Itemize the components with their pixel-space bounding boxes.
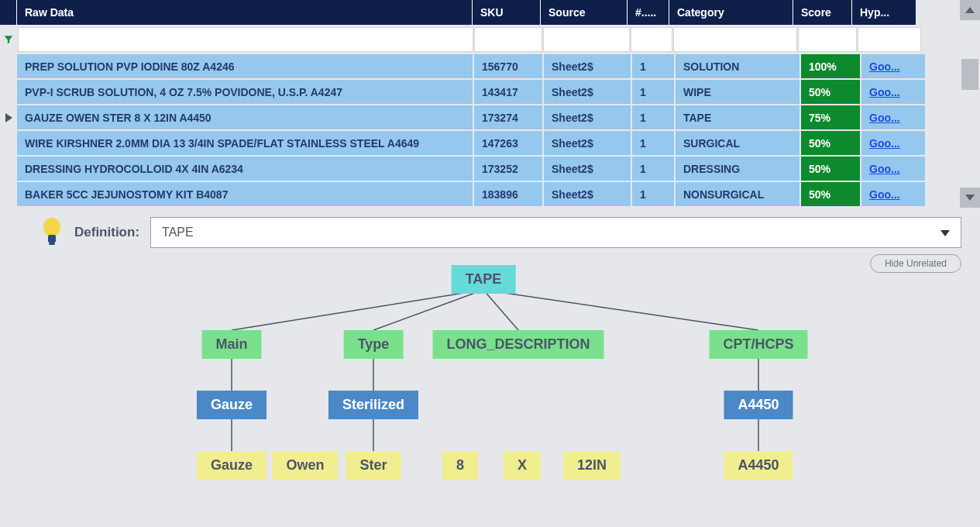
- header-count[interactable]: #.....: [628, 0, 669, 25]
- cell-source: Sheet2$: [544, 157, 631, 181]
- cell-score: 50%: [801, 157, 860, 181]
- vertical-scrollbar[interactable]: [960, 0, 980, 208]
- hyperlink[interactable]: Goo...: [869, 112, 900, 124]
- cell-sku: 173252: [474, 157, 542, 181]
- data-grid: Raw Data SKU Source #..... Category Scor…: [0, 0, 960, 208]
- tree-cat-type[interactable]: Type: [344, 330, 404, 359]
- scroll-down-button[interactable]: [960, 188, 980, 208]
- hyperlink[interactable]: Goo...: [869, 137, 900, 150]
- table-row[interactable]: BAKER 5CC JEJUNOSTOMY KIT B4087183896She…: [0, 182, 960, 206]
- chevron-down-icon: [940, 226, 950, 239]
- table-row[interactable]: WIRE KIRSHNER 2.0MM DIA 13 3/4IN SPADE/F…: [0, 131, 960, 155]
- cell-score: 50%: [801, 80, 860, 104]
- tree-type-value[interactable]: Sterilized: [328, 391, 418, 419]
- cell-source: Sheet2$: [544, 80, 631, 104]
- row-indicator[interactable]: [0, 157, 17, 181]
- cell-score: 100%: [801, 54, 860, 78]
- table-row[interactable]: GAUZE OWEN STER 8 X 12IN A4450173274Shee…: [0, 105, 960, 129]
- tree-cat-main[interactable]: Main: [201, 330, 261, 359]
- cell-hyperlink[interactable]: Goo...: [861, 182, 925, 206]
- cell-sku: 173274: [474, 105, 542, 129]
- tree-cat-cpt[interactable]: CPT/HCPS: [709, 330, 807, 359]
- tree-leaf[interactable]: A4450: [724, 451, 793, 480]
- scroll-track[interactable]: [960, 20, 980, 188]
- definition-value: TAPE: [162, 226, 194, 239]
- cell-raw: WIRE KIRSHNER 2.0MM DIA 13 3/4IN SPADE/F…: [17, 131, 473, 155]
- tree-connectors: [19, 259, 961, 515]
- cell-count: 1: [632, 105, 674, 129]
- cell-source: Sheet2$: [544, 131, 631, 155]
- rows-container: PREP SOLUTION PVP IODINE 80Z A4246156770…: [0, 54, 960, 206]
- tree-cpt-value[interactable]: A4450: [724, 391, 793, 419]
- tree-leaf[interactable]: Owen: [272, 451, 338, 480]
- row-indicator[interactable]: [0, 182, 17, 206]
- filter-score[interactable]: [798, 27, 857, 52]
- hyperlink[interactable]: Goo...: [869, 86, 900, 98]
- cell-category: DRESSING: [676, 157, 799, 181]
- cell-count: 1: [632, 182, 674, 206]
- header-sku[interactable]: SKU: [473, 0, 541, 25]
- definition-panel: Definition: TAPE Hide Unrelated TA: [0, 208, 980, 527]
- lightbulb-icon: [40, 217, 64, 248]
- data-grid-container: Raw Data SKU Source #..... Category Scor…: [0, 0, 980, 208]
- cell-raw: BAKER 5CC JEJUNOSTOMY KIT B4087: [17, 182, 473, 206]
- cell-count: 1: [632, 157, 674, 181]
- cell-source: Sheet2$: [544, 182, 631, 206]
- header-category[interactable]: Category: [669, 0, 793, 25]
- definition-row: Definition: TAPE: [19, 217, 961, 248]
- filter-raw[interactable]: [18, 27, 473, 52]
- table-row[interactable]: DRESSING HYDROCOLLOID 4X 4IN A6234173252…: [0, 157, 960, 181]
- scroll-thumb[interactable]: [961, 59, 978, 90]
- header-source[interactable]: Source: [541, 0, 628, 25]
- cell-hyperlink[interactable]: Goo...: [861, 157, 925, 181]
- header-row: Raw Data SKU Source #..... Category Scor…: [0, 0, 960, 25]
- header-hyperlink[interactable]: Hyp...: [852, 0, 916, 25]
- hyperlink[interactable]: Goo...: [869, 60, 900, 73]
- cell-category: TAPE: [676, 105, 799, 129]
- scroll-up-button[interactable]: [960, 0, 980, 20]
- svg-line-6: [483, 290, 758, 330]
- row-indicator[interactable]: [0, 54, 17, 78]
- row-indicator[interactable]: [0, 105, 17, 129]
- cell-sku: 156770: [474, 54, 542, 78]
- header-score[interactable]: Score: [793, 0, 852, 25]
- cell-category: WIPE: [676, 80, 799, 104]
- filter-hyperlink[interactable]: [858, 27, 921, 52]
- cell-hyperlink[interactable]: Goo...: [861, 54, 925, 78]
- tree-leaf[interactable]: X: [504, 451, 541, 480]
- tree-leaf[interactable]: 12IN: [563, 451, 621, 480]
- tree-leaf[interactable]: Ster: [346, 451, 401, 480]
- row-indicator[interactable]: [0, 131, 17, 155]
- tree-cat-longdesc[interactable]: LONG_DESCRIPTION: [432, 330, 603, 359]
- cell-hyperlink[interactable]: Goo...: [861, 80, 925, 104]
- filter-category[interactable]: [673, 27, 797, 52]
- filter-sku[interactable]: [474, 27, 542, 52]
- tree-leaf[interactable]: 8: [442, 451, 478, 480]
- definition-select[interactable]: TAPE: [150, 217, 961, 248]
- cell-category: SURGICAL: [676, 131, 799, 155]
- tree-leaf[interactable]: Gauze: [197, 451, 266, 480]
- table-row[interactable]: PREP SOLUTION PVP IODINE 80Z A4246156770…: [0, 54, 960, 78]
- header-raw-data[interactable]: Raw Data: [17, 0, 473, 25]
- cell-raw: PVP-I SCRUB SOLUTION, 4 OZ 7.5% POVIDONE…: [17, 80, 473, 104]
- tree-root[interactable]: TAPE: [452, 265, 516, 294]
- filter-source[interactable]: [543, 27, 630, 52]
- cell-sku: 143417: [474, 80, 542, 104]
- filter-icon-cell[interactable]: [0, 27, 17, 52]
- cell-count: 1: [632, 131, 674, 155]
- row-indicator[interactable]: [0, 80, 17, 104]
- hyperlink[interactable]: Goo...: [869, 163, 900, 175]
- cell-raw: PREP SOLUTION PVP IODINE 80Z A4246: [17, 54, 473, 78]
- hyperlink[interactable]: Goo...: [869, 188, 900, 201]
- cell-sku: 147263: [474, 131, 542, 155]
- table-row[interactable]: PVP-I SCRUB SOLUTION, 4 OZ 7.5% POVIDONE…: [0, 80, 960, 104]
- cell-source: Sheet2$: [544, 105, 631, 129]
- cell-raw: GAUZE OWEN STER 8 X 12IN A4450: [17, 105, 473, 129]
- filter-count[interactable]: [631, 27, 672, 52]
- cell-score: 50%: [801, 182, 860, 206]
- cell-hyperlink[interactable]: Goo...: [861, 131, 925, 155]
- cell-hyperlink[interactable]: Goo...: [861, 105, 925, 129]
- cell-source: Sheet2$: [544, 54, 631, 78]
- header-indicator[interactable]: [0, 0, 17, 25]
- tree-main-value[interactable]: Gauze: [197, 391, 266, 419]
